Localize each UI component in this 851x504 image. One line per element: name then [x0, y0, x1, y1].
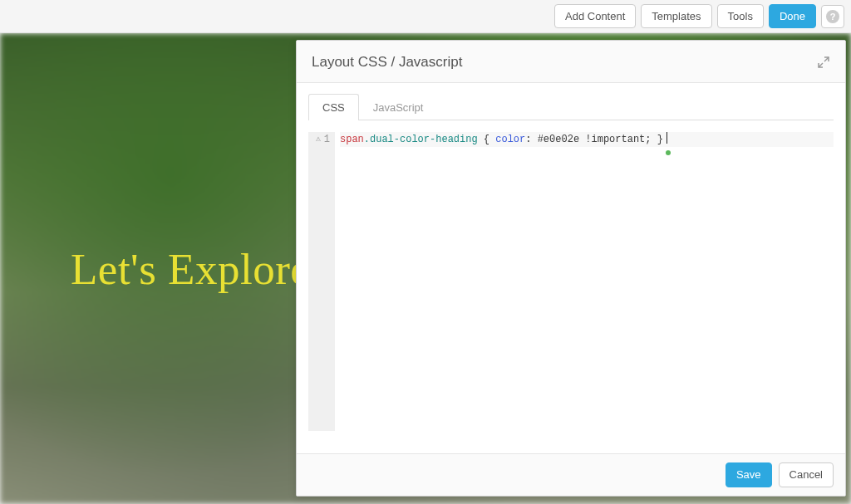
layout-css-js-modal: Layout CSS / Javascript CSS JavaScript ⚠…	[296, 40, 846, 497]
modal-title: Layout CSS / Javascript	[312, 54, 462, 71]
expand-icon[interactable]	[817, 56, 830, 69]
code-area[interactable]: span.dual-color-heading { color: #e0e02e…	[335, 132, 834, 431]
code-token-class: .dual-color-heading	[364, 134, 478, 145]
code-token-brace-open: {	[478, 134, 496, 145]
line-number: 1	[324, 132, 330, 147]
templates-button[interactable]: Templates	[641, 4, 711, 29]
code-token-brace-close: }	[657, 134, 663, 145]
tools-button[interactable]: Tools	[717, 4, 764, 29]
code-token-colon: :	[525, 134, 537, 145]
code-editor[interactable]: ⚠ 1 span.dual-color-heading { color: #e0…	[297, 120, 845, 453]
tab-css[interactable]: CSS	[308, 94, 359, 120]
add-content-button[interactable]: Add Content	[554, 4, 636, 29]
code-token-property: color	[495, 134, 525, 145]
done-button[interactable]: Done	[769, 4, 816, 29]
tab-javascript[interactable]: JavaScript	[359, 94, 438, 120]
warning-icon: ⚠	[316, 135, 321, 144]
modal-header: Layout CSS / Javascript	[297, 41, 845, 83]
code-line-1[interactable]: span.dual-color-heading { color: #e0e02e…	[340, 132, 834, 147]
status-dot-icon	[666, 150, 671, 155]
save-button[interactable]: Save	[726, 462, 772, 487]
code-token-value: #e0e02e	[538, 134, 579, 145]
tabs: CSS JavaScript	[297, 83, 845, 120]
editor-gutter: ⚠ 1	[308, 132, 335, 431]
top-toolbar: Add Content Templates Tools Done ?	[0, 0, 851, 33]
text-cursor	[667, 132, 667, 144]
cancel-button[interactable]: Cancel	[779, 462, 834, 487]
modal-footer: Save Cancel	[297, 453, 845, 496]
code-token-important: !important;	[579, 134, 657, 145]
hero-heading: Let's Explore	[71, 244, 310, 294]
code-token-tag: span	[340, 134, 364, 145]
help-icon: ?	[826, 10, 839, 23]
help-button[interactable]: ?	[821, 5, 844, 28]
